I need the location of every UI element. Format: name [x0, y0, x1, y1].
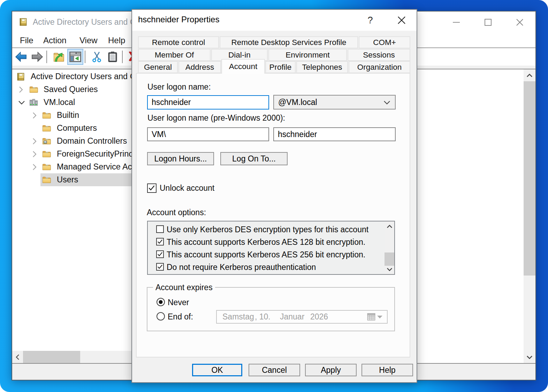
tab-member-of[interactable]: Member Of — [138, 49, 211, 61]
dialog-title: hschneider Properties — [138, 15, 219, 24]
up-one-level-icon[interactable] — [53, 51, 64, 63]
check-icon — [148, 184, 155, 192]
end-of-label: End of: — [168, 312, 193, 322]
check-icon — [157, 239, 163, 245]
account-expires-group: Account expires Never End of: Samstag , … — [147, 287, 395, 331]
minimize-button[interactable] — [445, 12, 468, 33]
list-item-aes256[interactable]: This account supports Kerberos AES 256 b… — [148, 248, 394, 261]
properties-dialog: hschneider Properties ? Remote control R… — [131, 9, 417, 383]
chevron-up-icon — [526, 74, 533, 77]
back-icon[interactable] — [15, 52, 27, 62]
check-icon — [157, 251, 163, 257]
desktop-background: Active Directory Users and Computers Fil… — [0, 0, 548, 392]
vertical-scroll-thumb[interactable] — [524, 81, 535, 276]
calendar-icon — [367, 313, 375, 321]
toolbar-separator — [46, 51, 47, 63]
chevron-right-icon[interactable] — [19, 86, 23, 93]
logon-hours-button[interactable]: Logon Hours... — [147, 152, 214, 165]
apply-button[interactable]: Apply — [305, 364, 357, 376]
chevron-down-icon — [387, 267, 393, 271]
account-options-list[interactable]: Use only Kerberos DES encryption types f… — [147, 221, 395, 275]
cancel-button[interactable]: Cancel — [249, 364, 300, 376]
folder-icon — [42, 175, 51, 184]
menu-file[interactable]: File — [20, 33, 33, 47]
tab-account[interactable]: Account — [221, 59, 265, 74]
dialog-help-button[interactable]: ? — [359, 10, 382, 31]
chevron-right-icon[interactable] — [32, 138, 37, 145]
date-year: 2026 — [310, 311, 328, 323]
show-console-tree-icon — [69, 52, 81, 62]
expire-date-picker[interactable]: Samstag , 10. Januar 2026 — [216, 310, 388, 324]
option-checkbox-checked[interactable] — [156, 250, 164, 258]
maximize-button[interactable] — [477, 12, 500, 33]
folder-icon — [42, 163, 51, 171]
toolbar-separator — [85, 51, 85, 63]
scroll-up-button[interactable] — [385, 221, 394, 231]
list-scrollbar[interactable] — [385, 221, 394, 274]
tab-profile[interactable]: Profile — [265, 61, 296, 73]
pre2000-label: User logon name (pre-Windows 2000): — [147, 113, 285, 123]
paste-icon[interactable] — [108, 51, 117, 62]
menu-view[interactable]: View — [79, 33, 98, 47]
list-scroll-thumb[interactable] — [385, 252, 394, 266]
list-item-kerberos-des[interactable]: Use only Kerberos DES encryption types f… — [148, 223, 394, 236]
option-checkbox-checked[interactable] — [156, 238, 164, 246]
vertical-scrollbar[interactable] — [524, 69, 535, 363]
scroll-down-button[interactable] — [524, 351, 535, 363]
tab-address[interactable]: Address — [178, 61, 221, 73]
end-of-radio[interactable] — [157, 312, 165, 321]
tab-general[interactable]: General — [138, 61, 178, 73]
maximize-icon — [484, 18, 492, 27]
chevron-left-icon — [16, 354, 20, 360]
list-item-no-preauth[interactable]: Do not require Kerberos preauthenticatio… — [148, 261, 394, 273]
tab-organization[interactable]: Organization — [349, 61, 410, 73]
help-button[interactable]: Help — [361, 364, 413, 376]
cut-icon[interactable] — [92, 51, 102, 62]
pre2000-domain-input[interactable]: VM\ — [147, 127, 269, 141]
menu-help[interactable]: Help — [108, 33, 125, 47]
folder-icon — [42, 124, 51, 133]
user-logon-name-label: User logon name: — [147, 82, 211, 92]
tab-com-plus[interactable]: COM+ — [359, 36, 410, 48]
account-options-label: Account options: — [147, 208, 206, 217]
forward-icon[interactable] — [31, 52, 43, 62]
user-logon-name-input[interactable]: hschneider — [147, 95, 269, 110]
domain-icon — [29, 98, 38, 107]
close-window-button[interactable] — [508, 12, 531, 33]
option-checkbox-unchecked[interactable] — [156, 225, 164, 233]
chevron-right-icon[interactable] — [32, 164, 37, 171]
domain-suffix-dropdown[interactable]: @VM.local — [273, 95, 396, 110]
dialog-close-button[interactable] — [390, 10, 413, 31]
minimize-icon — [452, 18, 461, 27]
tab-remote-desktop-services-profile[interactable]: Remote Desktop Services Profile — [220, 36, 358, 48]
chevron-right-icon[interactable] — [32, 112, 37, 119]
unlock-account-label: Unlock account — [160, 183, 214, 193]
chevron-down-icon[interactable] — [18, 100, 25, 105]
chevron-right-icon[interactable] — [32, 151, 37, 158]
horizontal-scroll-thumb[interactable] — [23, 351, 80, 363]
list-item-aes128[interactable]: This account supports Kerberos AES 128 b… — [148, 236, 394, 248]
chevron-down-icon — [383, 100, 390, 105]
scroll-up-button[interactable] — [524, 69, 535, 81]
pre2000-name-input[interactable]: hschneider — [273, 127, 396, 141]
unlock-account-checkbox[interactable] — [147, 183, 157, 193]
tab-environment[interactable]: Environment — [268, 49, 347, 61]
show-console-tree-button[interactable] — [67, 49, 83, 65]
tab-remote-control[interactable]: Remote control — [138, 36, 219, 48]
scroll-left-button[interactable] — [12, 351, 23, 363]
dialog-titlebar: hschneider Properties ? — [132, 10, 417, 31]
ok-button[interactable]: OK — [192, 364, 242, 376]
tab-telephones[interactable]: Telephones — [296, 61, 348, 73]
radio-dot — [159, 300, 163, 304]
scroll-down-button[interactable] — [385, 264, 394, 274]
horizontal-scrollbar[interactable] — [12, 351, 152, 363]
account-expires-label: Account expires — [153, 283, 215, 292]
menu-action[interactable]: Action — [43, 33, 67, 47]
folder-dc-icon — [42, 137, 51, 145]
option-checkbox-checked[interactable] — [156, 263, 164, 271]
domain-suffix-value: @VM.local — [278, 98, 317, 107]
log-on-to-button[interactable]: Log On To... — [220, 152, 288, 165]
tab-sessions[interactable]: Sessions — [348, 49, 410, 61]
dropdown-arrow-icon[interactable] — [377, 315, 383, 319]
never-radio[interactable] — [157, 298, 165, 306]
